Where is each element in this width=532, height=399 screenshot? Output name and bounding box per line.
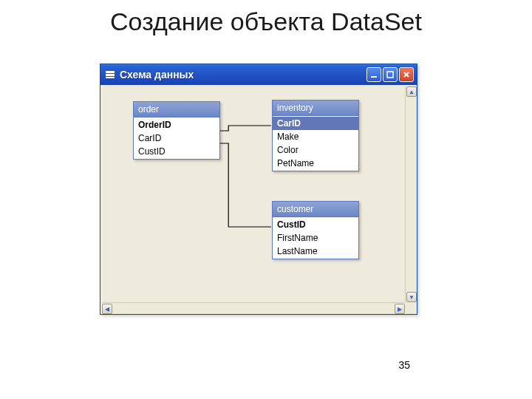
close-button[interactable]	[399, 67, 414, 82]
client-area: order OrderID CarID CustID inventory Car…	[100, 85, 417, 314]
scroll-down-button[interactable]: ▼	[406, 292, 417, 302]
table-inventory-header[interactable]: inventory	[273, 100, 358, 116]
table-order-header[interactable]: order	[134, 102, 219, 117]
schema-canvas[interactable]: order OrderID CarID CustID inventory Car…	[102, 86, 405, 302]
window-title: Схема данных	[120, 69, 366, 81]
scroll-right-button[interactable]: ▶	[395, 304, 405, 314]
scroll-up-button[interactable]: ▲	[406, 86, 417, 97]
field-customer-lastname[interactable]: LastName	[273, 245, 358, 258]
table-customer-header[interactable]: customer	[273, 202, 358, 217]
svg-rect-4	[387, 72, 393, 78]
field-inventory-make[interactable]: Make	[273, 130, 358, 143]
field-customer-firstname[interactable]: FirstName	[273, 231, 358, 245]
field-order-orderid[interactable]: OrderID	[134, 118, 219, 132]
field-customer-custid[interactable]: CustID	[273, 218, 358, 231]
field-inventory-petname[interactable]: PetName	[273, 157, 358, 170]
field-inventory-color[interactable]: Color	[273, 143, 358, 157]
page-number: 35	[398, 359, 410, 371]
svg-rect-3	[371, 76, 377, 78]
svg-rect-0	[106, 71, 115, 73]
minimize-button[interactable]	[366, 67, 381, 82]
maximize-button[interactable]	[383, 67, 398, 82]
table-order[interactable]: order OrderID CarID CustID	[133, 101, 220, 160]
field-inventory-carid[interactable]: CarID	[273, 117, 358, 130]
field-order-carid[interactable]: CarID	[134, 132, 219, 145]
table-customer[interactable]: customer CustID FirstName LastName	[272, 201, 359, 259]
scroll-corner	[405, 302, 417, 314]
svg-rect-2	[106, 77, 115, 78]
svg-rect-1	[106, 74, 115, 76]
field-order-custid[interactable]: CustID	[134, 145, 219, 158]
schema-window: Схема данных order OrderID	[100, 64, 417, 315]
slide-title: Создание объекта DataSet	[0, 0, 532, 36]
table-inventory[interactable]: inventory CarID Make Color PetName	[272, 100, 359, 171]
vertical-scrollbar[interactable]: ▲ ▼	[405, 86, 417, 302]
scroll-left-button[interactable]: ◀	[102, 304, 112, 314]
app-icon	[105, 69, 115, 80]
horizontal-scrollbar[interactable]: ◀ ▶	[102, 302, 405, 314]
titlebar[interactable]: Схема данных	[100, 64, 417, 85]
